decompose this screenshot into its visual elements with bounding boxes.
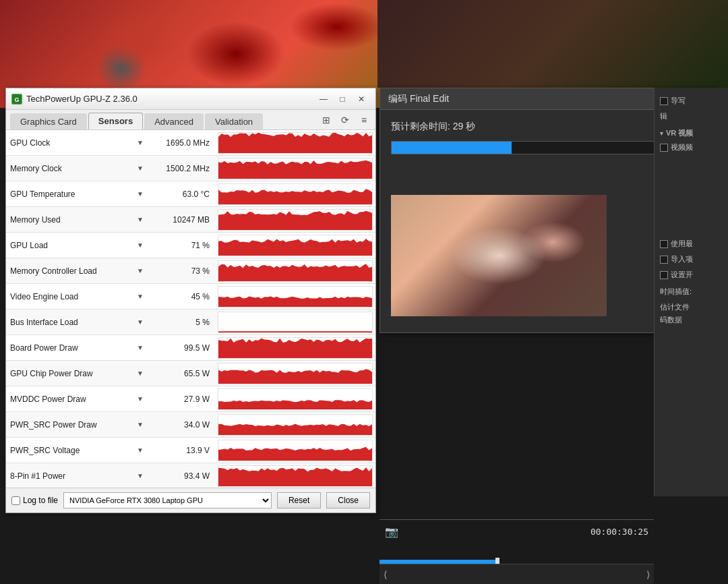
sensor-row: GPU Temperature▼63.0 °C	[6, 181, 375, 207]
close-gpuz-button[interactable]: Close	[326, 492, 370, 508]
close-button[interactable]: ✕	[353, 92, 370, 106]
graph-svg	[218, 287, 372, 307]
right-panel-video: 视频频	[659, 140, 724, 155]
graph-svg	[218, 466, 372, 486]
estimate-file-label: 估计文件	[659, 301, 724, 314]
sensor-dropdown-icon[interactable]: ▼	[137, 395, 144, 403]
sensor-label: GPU Clock	[10, 138, 134, 148]
sensor-value-cell: 99.5 W	[148, 343, 215, 353]
sensor-dropdown-icon[interactable]: ▼	[137, 370, 144, 377]
menu-icon[interactable]: ≡	[357, 113, 371, 127]
sensor-graph	[218, 132, 373, 154]
sensor-dropdown-icon[interactable]: ▼	[137, 446, 144, 454]
preview-food-image	[391, 195, 607, 316]
gpuz-title: TechPowerUp GPU-Z 2.36.0	[26, 94, 315, 104]
sensor-label: Board Power Draw	[10, 343, 134, 353]
sensor-name-cell: GPU Clock▼	[6, 138, 148, 148]
svg-marker-13	[218, 424, 372, 435]
graph-svg	[218, 261, 372, 281]
encode-preview-thumbnail	[391, 195, 607, 316]
scroll-left-icon[interactable]: ⟨	[384, 569, 387, 580]
gpuz-window: G TechPowerUp GPU-Z 2.36.0 — □ ✕ Graphic…	[5, 88, 376, 513]
sensor-graph	[218, 183, 373, 205]
sensor-dropdown-icon[interactable]: ▼	[137, 472, 144, 479]
sensor-dropdown-icon[interactable]: ▼	[137, 216, 144, 223]
tab-validation[interactable]: Validation	[205, 113, 263, 129]
right-checkbox-settings[interactable]	[660, 271, 668, 279]
minimize-button[interactable]: —	[315, 92, 332, 106]
sensor-graph	[218, 312, 373, 333]
reset-button[interactable]: Reset	[277, 492, 321, 508]
right-checkbox-1[interactable]	[660, 97, 668, 105]
sensor-label: GPU Temperature	[10, 189, 134, 199]
sensor-dropdown-icon[interactable]: ▼	[137, 241, 144, 249]
sensor-graph	[218, 337, 373, 359]
svg-marker-7	[218, 264, 372, 281]
right-panel-item-2: 辑	[659, 109, 724, 124]
right-checkbox-use-max[interactable]	[660, 240, 668, 248]
sensor-dropdown-icon[interactable]: ▼	[137, 344, 144, 351]
tab-graphics-card[interactable]: Graphics Card	[10, 113, 87, 129]
sensor-graph	[218, 440, 373, 461]
sensor-dropdown-icon[interactable]: ▼	[137, 293, 144, 300]
right-checkbox-video[interactable]	[660, 144, 668, 152]
graph-svg	[218, 184, 372, 204]
refresh-icon[interactable]: ⟳	[338, 113, 353, 127]
sensor-row: Bus Interface Load▼5 %	[6, 310, 375, 335]
vr-section-label: VR 视频	[666, 128, 693, 138]
right-checkbox-import[interactable]	[660, 256, 668, 264]
sensor-label: 8-Pin #1 Power	[10, 471, 134, 481]
sensor-dropdown-icon[interactable]: ▼	[137, 421, 144, 428]
sensor-row: Memory Controller Load▼73 %	[6, 258, 375, 284]
sensor-dropdown-icon[interactable]: ▼	[137, 267, 144, 274]
sensor-graph	[218, 414, 373, 436]
right-label-video: 视频频	[671, 142, 693, 152]
encode-progress-bg	[391, 141, 671, 154]
sensor-value-cell: 93.4 W	[148, 471, 215, 481]
sensor-name-cell: Memory Used▼	[6, 215, 148, 225]
gpuz-titlebar: G TechPowerUp GPU-Z 2.36.0 — □ ✕	[6, 88, 375, 110]
bg-right-top	[377, 0, 728, 88]
log-label: Log to file	[23, 496, 58, 505]
sensor-name-cell: GPU Chip Power Draw▼	[6, 369, 148, 378]
sensor-dropdown-icon[interactable]: ▼	[137, 190, 144, 198]
tab-advanced[interactable]: Advanced	[144, 113, 204, 129]
sensor-value-cell: 73 %	[148, 266, 215, 276]
graph-svg	[218, 235, 372, 256]
sensor-graph	[218, 465, 373, 487]
sensor-value-cell: 10247 MB	[148, 215, 215, 225]
window-controls: — □ ✕	[315, 92, 370, 106]
right-panel-settings: 设置开	[659, 267, 724, 283]
tab-sensors[interactable]: Sensors	[88, 113, 143, 129]
sensors-list: GPU Clock▼1695.0 MHz Memory Clock▼1500.2…	[6, 130, 375, 488]
right-label-settings: 设置开	[671, 270, 693, 280]
sensor-label: PWR_SRC Power Draw	[10, 420, 134, 430]
svg-marker-2	[218, 133, 372, 153]
sensor-label: PWR_SRC Voltage	[10, 446, 134, 455]
graph-svg	[218, 363, 372, 384]
bitrate-label: 码数据	[659, 314, 724, 326]
sensor-row: GPU Chip Power Draw▼65.5 W	[6, 361, 375, 386]
sensor-value-cell: 45 %	[148, 292, 215, 301]
sensor-graph	[218, 388, 373, 410]
svg-marker-4	[218, 189, 372, 204]
sensor-dropdown-icon[interactable]: ▼	[137, 318, 144, 326]
chevron-down-icon: ▾	[660, 130, 663, 137]
sensor-dropdown-icon[interactable]: ▼	[137, 139, 144, 146]
sensor-label: Memory Controller Load	[10, 266, 134, 276]
sensor-name-cell: MVDDC Power Draw▼	[6, 395, 148, 404]
sensor-label: GPU Load	[10, 241, 134, 250]
log-to-file-checkbox[interactable]: Log to file	[11, 496, 58, 505]
maximize-button[interactable]: □	[334, 92, 351, 106]
right-panel-import: 导入项	[659, 252, 724, 267]
sensor-value-cell: 13.9 V	[148, 446, 215, 455]
scroll-right-icon[interactable]: ⟩	[646, 569, 650, 580]
sensor-row: Board Power Draw▼99.5 W	[6, 335, 375, 361]
sensor-dropdown-icon[interactable]: ▼	[137, 165, 144, 172]
sensor-value-cell: 5 %	[148, 318, 215, 327]
log-checkbox-input[interactable]	[11, 496, 20, 505]
gpu-select[interactable]: NVIDIA GeForce RTX 3080 Laptop GPU	[63, 492, 272, 508]
sensor-name-cell: Board Power Draw▼	[6, 343, 148, 353]
camera-icon[interactable]: 📷	[385, 525, 398, 538]
grid-icon[interactable]: ⊞	[319, 113, 334, 127]
